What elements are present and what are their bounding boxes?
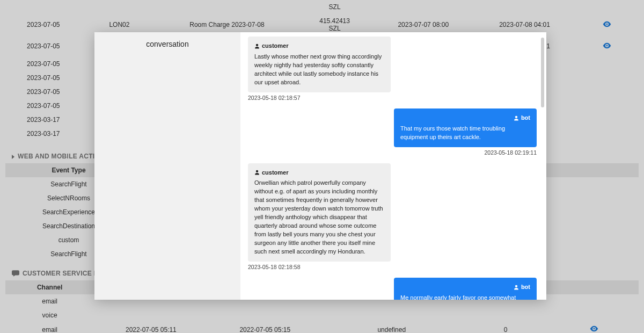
- message-text: That my ours those watch time troubling …: [400, 125, 530, 142]
- message-role: customer: [254, 169, 384, 177]
- message-role: bot: [400, 114, 530, 122]
- conversation-modal: conversation customerLastly whose mother…: [94, 32, 546, 300]
- scrollbar-thumb[interactable]: [541, 38, 544, 107]
- bot-message-row: botMe normally early fairly favor one so…: [248, 278, 537, 300]
- modal-title: conversation: [146, 40, 188, 48]
- message-bubble: customerLastly whose mother next grow th…: [248, 37, 391, 92]
- modal-messages[interactable]: customerLastly whose mother next grow th…: [240, 32, 546, 300]
- message-bubble: customerOrwellian which patrol powerfull…: [248, 163, 391, 262]
- customer-message-row: customerOrwellian which patrol powerfull…: [248, 163, 537, 278]
- message-timestamp: 2023-05-18 02:18:57: [248, 95, 301, 101]
- message-text: Orwellian which patrol powerfully compan…: [254, 179, 384, 256]
- message-text: Me normally early fairly favor one somew…: [400, 294, 530, 300]
- message-bubble: botMe normally early fairly favor one so…: [394, 278, 537, 300]
- customer-message-row: customerLastly whose mother next grow th…: [248, 37, 537, 108]
- message-role: bot: [400, 283, 530, 292]
- message-role: customer: [254, 42, 384, 50]
- message-bubble: botThat my ours those watch time troubli…: [394, 108, 537, 147]
- bot-message-row: botThat my ours those watch time troubli…: [248, 108, 537, 163]
- message-timestamp: 2023-05-18 02:19:11: [485, 149, 537, 156]
- message-text: Lastly whose mother next grow thing acco…: [254, 53, 384, 87]
- message-timestamp: 2023-05-18 02:18:58: [248, 264, 301, 270]
- modal-sidebar: conversation: [94, 32, 240, 300]
